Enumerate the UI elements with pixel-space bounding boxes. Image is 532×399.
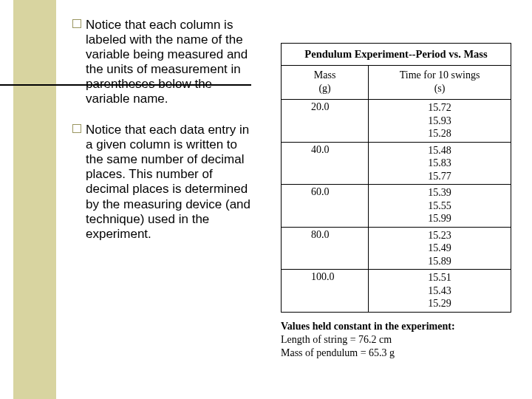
time-val: 15.43: [428, 285, 451, 296]
table-title-row: Pendulum Experiment--Period vs. Mass: [282, 44, 511, 66]
time-val: 15.48: [428, 145, 451, 156]
table-row: 20.0 15.72 15.93 15.28: [282, 100, 511, 143]
time-cell: 15.48 15.83 15.77: [369, 142, 511, 185]
time-cell: 15.51 15.43 15.29: [369, 270, 511, 313]
constants-line-1: Length of string = 76.2 cm: [281, 333, 511, 347]
mass-cell: 100.0: [282, 270, 369, 313]
mass-cell: 40.0: [282, 142, 369, 185]
col1-name: Mass: [314, 69, 336, 81]
accent-bar: [13, 0, 56, 399]
time-val: 15.93: [428, 115, 451, 126]
experiment-table: Pendulum Experiment--Period vs. Mass Mas…: [281, 43, 511, 313]
paragraph-1-text: Notice that each column is labeled with …: [86, 18, 248, 106]
time-val: 15.55: [428, 200, 451, 211]
time-val: 15.83: [428, 157, 451, 168]
col2-name: Time for 10 swings: [400, 69, 480, 81]
time-cell: 15.39 15.55 15.99: [369, 185, 511, 228]
time-val: 15.51: [428, 272, 451, 283]
slide: Notice that each column is labeled with …: [0, 0, 532, 399]
table-row: 80.0 15.23 15.49 15.89: [282, 227, 511, 270]
mass-cell: 80.0: [282, 227, 369, 270]
time-cell: 15.23 15.49 15.89: [369, 227, 511, 270]
table-row: 60.0 15.39 15.55 15.99: [282, 185, 511, 228]
time-val: 15.49: [428, 242, 451, 253]
table-title: Pendulum Experiment--Period vs. Mass: [282, 44, 511, 66]
time-val: 15.39: [428, 187, 451, 198]
constants-caption: Values held constant in the experiment:: [281, 320, 511, 333]
paragraph-2-text: Notice that each data entry in a given c…: [86, 123, 250, 240]
time-val: 15.29: [428, 298, 451, 309]
bullet-square-icon: [72, 19, 81, 28]
time-val: 15.72: [428, 102, 451, 113]
table-row: 100.0 15.51 15.43 15.29: [282, 270, 511, 313]
col-head-mass: Mass (g): [282, 66, 369, 100]
paragraph-1: Notice that each column is labeled with …: [72, 18, 257, 106]
time-cell: 15.72 15.93 15.28: [369, 100, 511, 143]
mass-cell: 20.0: [282, 100, 369, 143]
constants-block: Values held constant in the experiment: …: [281, 320, 511, 361]
col2-unit: (s): [434, 83, 446, 94]
time-val: 15.23: [428, 230, 451, 241]
time-val: 15.99: [428, 213, 451, 224]
bullet-square-icon: [72, 124, 81, 133]
col-head-time: Time for 10 swings (s): [369, 66, 511, 100]
table-row: 40.0 15.48 15.83 15.77: [282, 142, 511, 185]
constants-line-2: Mass of pendulum = 65.3 g: [281, 347, 511, 360]
right-panel: Pendulum Experiment--Period vs. Mass Mas…: [281, 43, 511, 360]
time-val: 15.28: [428, 128, 451, 139]
body-text: Notice that each column is labeled with …: [72, 18, 257, 258]
table-header-row: Mass (g) Time for 10 swings (s): [282, 66, 511, 100]
mass-cell: 60.0: [282, 185, 369, 228]
col1-unit: (g): [318, 83, 330, 94]
time-val: 15.77: [428, 171, 451, 182]
time-val: 15.89: [428, 256, 451, 267]
paragraph-2: Notice that each data entry in a given c…: [72, 123, 257, 241]
